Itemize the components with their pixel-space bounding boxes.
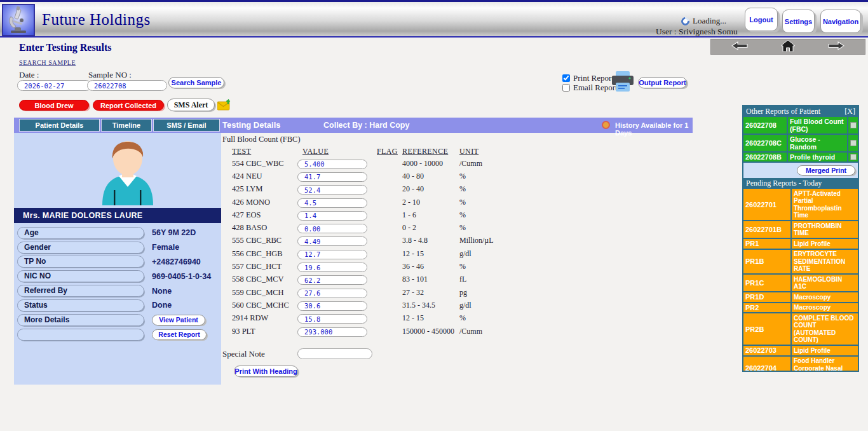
reports-sidebar: Other Reports of Patient Session [X] 260…: [742, 105, 859, 372]
report-collected-button[interactable]: Report Collected: [93, 100, 164, 111]
test-value-input[interactable]: [297, 236, 367, 246]
pending-report-id: PR1C: [743, 275, 792, 291]
patient-field-label: TP No: [17, 256, 144, 268]
patient-field-row: Referred By None: [17, 284, 219, 298]
test-unit: %: [457, 210, 514, 220]
test-unit: %: [457, 184, 514, 194]
pending-report-row[interactable]: 26022703 Lipid Profile: [743, 346, 858, 357]
test-unit: %: [457, 198, 514, 207]
report-id: 26022708: [743, 117, 788, 133]
sms-alert-button[interactable]: SMS Alert: [167, 99, 215, 111]
pending-report-row[interactable]: 26022701B PROTHROMBIN TIME: [743, 221, 858, 239]
other-report-row[interactable]: 26022708C Glucose - Random: [743, 135, 858, 153]
tab-sms-email[interactable]: SMS / Email: [153, 119, 220, 132]
test-value-input[interactable]: [297, 211, 367, 221]
forward-arrow-icon[interactable]: [828, 41, 844, 53]
test-value-input[interactable]: [297, 160, 367, 169]
other-report-row[interactable]: 26022708 Full Blood Count (FBC): [743, 117, 858, 135]
test-value-input[interactable]: [297, 289, 367, 298]
test-value-input[interactable]: [297, 185, 367, 195]
pending-report-row[interactable]: PR1C HAEMOGLOBIN A1C: [743, 275, 858, 292]
test-value-input[interactable]: [297, 327, 367, 337]
other-reports-list: 26022708 Full Blood Count (FBC) 26022708…: [743, 117, 858, 163]
test-reference: 0 - 2: [402, 223, 457, 233]
history-navbar: [710, 39, 865, 55]
print-with-heading-button[interactable]: Print With Heading: [234, 366, 298, 377]
merged-print-button[interactable]: Merged Print: [797, 165, 855, 175]
test-reference: 12 - 15: [402, 249, 457, 259]
test-value-input[interactable]: [297, 301, 367, 311]
test-value-input[interactable]: [297, 198, 367, 208]
test-reference: 83 - 101: [402, 275, 457, 284]
back-arrow-icon[interactable]: [731, 41, 748, 53]
panel-section-title: Full Blood Count (FBC): [222, 135, 301, 144]
logout-button[interactable]: Logout: [745, 8, 778, 31]
pending-report-row[interactable]: PR1B ERYTROCYTE SEDIMENTATION RATE: [743, 250, 858, 275]
search-sample-button[interactable]: Search Sample: [168, 77, 224, 88]
test-unit: /Cumm: [457, 327, 514, 336]
pending-report-row[interactable]: 26022704 Food Handler Corporate Nasal Sw…: [743, 357, 858, 373]
close-icon[interactable]: [X]: [844, 106, 855, 117]
test-value-input[interactable]: [297, 263, 367, 272]
test-unit: %: [457, 262, 514, 271]
test-value-input[interactable]: [297, 172, 367, 182]
blood-drew-button[interactable]: Blood Drew: [19, 100, 89, 111]
pending-report-id: 26022701B: [743, 221, 792, 238]
other-report-row[interactable]: 26022708B Profile thyroid: [743, 153, 858, 163]
test-value-input[interactable]: [297, 250, 367, 259]
col-test: TEST: [222, 147, 297, 156]
pending-report-row[interactable]: PR2B COMPLETE BLOOD COUNT (AUTOMATED COU…: [743, 313, 858, 346]
pending-report-name: HAEMOGLOBIN A1C: [792, 275, 858, 291]
tab-patient-details[interactable]: Patient Details: [19, 119, 100, 132]
pending-report-row[interactable]: 26022701 APTT-Activated Partial Thrombop…: [743, 189, 858, 221]
home-icon[interactable]: [781, 40, 795, 54]
test-reference: 3.8 - 4.8: [402, 236, 457, 245]
pending-report-row[interactable]: PR1 Lipid Profile: [743, 239, 858, 250]
reset-report-button[interactable]: Reset Report: [152, 329, 207, 340]
settings-button[interactable]: Settings: [782, 10, 815, 33]
special-note-input[interactable]: [297, 348, 372, 359]
report-name: Profile thyroid: [788, 153, 848, 161]
test-name: 557 CBC_HCT: [222, 262, 297, 271]
test-reference: 1 - 6: [402, 210, 457, 220]
loading-label: Loading...: [693, 16, 726, 26]
patient-field-row: NIC NO 969-0405-1-0-34: [17, 269, 219, 284]
testing-row: 426 MONO 2 - 10 %: [222, 196, 521, 209]
pending-report-row[interactable]: PR2 Macroscopy: [743, 303, 858, 314]
test-value-input[interactable]: [297, 314, 367, 324]
testing-tabbar: Patient Details Timeline SMS / Email Tes…: [14, 118, 693, 133]
test-reference: 31.5 - 34.5: [402, 301, 457, 310]
navigation-button[interactable]: Navigation: [820, 10, 861, 33]
print-report-checkbox[interactable]: [562, 74, 570, 82]
test-name: 2914 RDW: [222, 313, 297, 323]
report-select-checkbox[interactable]: [850, 140, 857, 146]
test-name: 425 LYM: [222, 184, 297, 194]
view-patient-button[interactable]: View Patient: [152, 315, 205, 325]
pending-report-name: Lipid Profile: [792, 239, 858, 249]
test-value-input[interactable]: [297, 224, 367, 233]
search-sample-link[interactable]: SEARCH SAMPLE: [19, 59, 76, 66]
tab-timeline[interactable]: Timeline: [101, 119, 152, 132]
testing-row: 555 CBC_RBC 3.8 - 4.8 Million/µL: [222, 235, 521, 247]
testing-row: 93 PLT 150000 - 450000 /Cumm: [222, 325, 521, 338]
test-reference: 150000 - 450000: [402, 327, 457, 336]
sample-no-input[interactable]: [87, 80, 167, 91]
collect-by-label: Collect By : Hard Copy: [323, 121, 409, 130]
report-select-checkbox[interactable]: [850, 154, 857, 160]
test-name: 93 PLT: [222, 327, 297, 336]
date-input[interactable]: [17, 80, 92, 91]
patient-field-value: Done: [152, 301, 219, 310]
col-reference: REFERENCE: [402, 147, 457, 156]
email-envelope-icon[interactable]: [217, 99, 232, 113]
pending-report-row[interactable]: PR1D Macroscopy: [743, 292, 858, 303]
test-reference: 4000 - 10000: [402, 159, 457, 168]
pending-report-id: 26022704: [743, 357, 792, 373]
test-unit: %: [457, 313, 514, 323]
pending-report-name: APTT-Activated Partial Thromboplastin Ti…: [792, 189, 858, 220]
email-report-checkbox[interactable]: [562, 84, 570, 92]
test-unit: %: [457, 172, 514, 181]
test-name: 424 NEU: [222, 172, 297, 181]
output-report-button[interactable]: Output Report: [638, 77, 687, 88]
report-select-checkbox[interactable]: [850, 122, 857, 128]
test-value-input[interactable]: [297, 275, 367, 285]
